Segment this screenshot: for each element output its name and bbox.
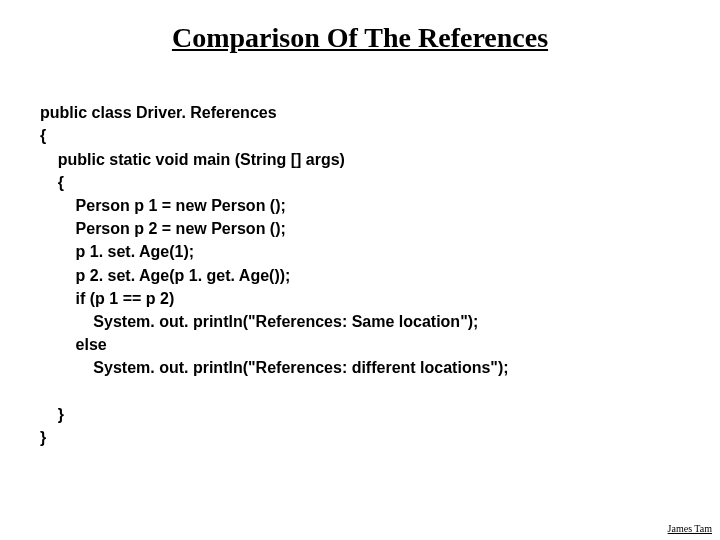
code-block: public class Driver. References { public…: [40, 78, 720, 449]
code-line: {: [40, 127, 46, 144]
slide-title: Comparison Of The References: [0, 22, 720, 54]
code-line: public class Driver. References: [40, 104, 277, 121]
code-line: public static void main (String [] args): [40, 151, 345, 168]
code-line: p 1. set. Age(1);: [40, 243, 194, 260]
code-line: }: [40, 429, 46, 446]
code-line: }: [40, 406, 64, 423]
code-line: System. out. println("References: differ…: [40, 359, 509, 376]
code-line: {: [40, 174, 64, 191]
author-footer: James Tam: [668, 523, 712, 534]
code-line: System. out. println("References: Same l…: [40, 313, 478, 330]
code-line: else: [40, 336, 107, 353]
code-line: p 2. set. Age(p 1. get. Age());: [40, 267, 290, 284]
code-line: if (p 1 == p 2): [40, 290, 174, 307]
code-line: Person p 1 = new Person ();: [40, 197, 286, 214]
code-line: Person p 2 = new Person ();: [40, 220, 286, 237]
